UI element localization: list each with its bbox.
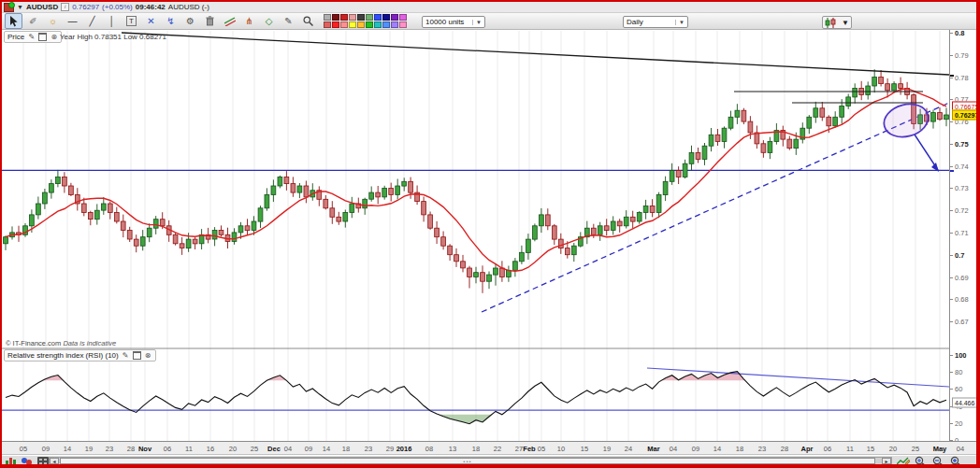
price-axis-label: 0.75: [955, 139, 969, 148]
date-label: 15: [581, 445, 588, 453]
window-icon[interactable]: [133, 351, 141, 360]
tool-settings-tools-button[interactable]: ⚙: [181, 13, 199, 29]
color-palette[interactable]: [324, 14, 407, 28]
price-axis-label: 0.7: [955, 250, 964, 259]
timeframe-select[interactable]: Daily ▼: [623, 16, 688, 28]
price-tick: [950, 166, 953, 167]
date-label: 05: [20, 445, 27, 453]
color-swatch[interactable]: [382, 14, 390, 21]
scroll-left-button[interactable]: ◄: [50, 458, 59, 464]
rsi-axis-label: 100: [955, 351, 967, 360]
date-label: 04: [670, 445, 677, 453]
tool-trend-line-button[interactable]: ╱: [83, 13, 101, 29]
close-icon[interactable]: ⊗: [144, 351, 152, 360]
color-swatch[interactable]: [324, 21, 331, 28]
color-swatch[interactable]: [391, 21, 398, 28]
color-swatch[interactable]: [382, 21, 390, 28]
rsi-value-label: 44.466: [952, 397, 977, 407]
date-label: Feb: [523, 445, 535, 453]
tool-vertical-line-button[interactable]: │: [103, 13, 121, 29]
wrench-icon[interactable]: ✎: [122, 351, 130, 360]
chart-canvas[interactable]: [2, 30, 949, 441]
scroll-right-button[interactable]: ►: [882, 458, 891, 464]
last-price: 0.76297: [72, 3, 99, 11]
color-swatch[interactable]: [349, 14, 356, 21]
tool-magnifier-button[interactable]: [299, 13, 317, 29]
screens-icon[interactable]: [36, 457, 50, 466]
mini-chart-icon[interactable]: [5, 457, 18, 466]
tool-text-button[interactable]: T: [122, 13, 140, 29]
tool-pencil-button[interactable]: ✎: [280, 13, 297, 29]
date-label: 18: [342, 445, 350, 453]
price-tick: [950, 277, 953, 278]
color-swatch[interactable]: [349, 21, 356, 28]
color-swatch[interactable]: [391, 14, 398, 21]
date-label: 09: [692, 445, 699, 453]
date-label: 25: [251, 445, 258, 453]
color-swatch[interactable]: [399, 21, 407, 28]
draw-chart-icon[interactable]: [896, 456, 910, 466]
tool-channel-button[interactable]: [221, 13, 238, 29]
date-label: 23: [758, 445, 766, 453]
close-icon[interactable]: ⊗: [50, 33, 58, 41]
color-swatch[interactable]: [357, 14, 365, 21]
price-tick: [950, 33, 953, 34]
tool-horizontal-line-button[interactable]: —: [64, 13, 81, 29]
chevron-down-icon: ▼: [675, 20, 685, 25]
zoom-out-icon[interactable]: [931, 456, 945, 466]
tool-trash-button[interactable]: [201, 13, 219, 29]
tool-eraser-button[interactable]: ✐: [24, 13, 42, 29]
color-swatch[interactable]: [332, 14, 339, 21]
price-axis-label: 0.79: [955, 50, 969, 59]
date-label: 2016: [396, 445, 412, 453]
color-swatch[interactable]: [324, 14, 331, 21]
indicative-text: Data is indicative: [63, 339, 116, 347]
color-swatch[interactable]: [340, 14, 348, 21]
chart-type-button[interactable]: ▼: [822, 16, 852, 29]
date-label: 14: [713, 445, 721, 453]
scrollbar-thumb[interactable]: •••: [60, 458, 875, 464]
wrench-icon[interactable]: ✎: [27, 33, 36, 41]
color-swatch[interactable]: [374, 14, 382, 21]
units-select-value: 10000 units: [425, 18, 464, 26]
tool-pitchfork-button[interactable]: ⋔: [240, 13, 258, 29]
copyright-text: © IT-Finance.com: [6, 339, 61, 347]
title-bar: ▼ AUDUSD i 0.76297 (+0.05%) 09:46:42 AUD…: [2, 2, 976, 13]
window-icon[interactable]: [38, 33, 47, 41]
price-tick: [950, 99, 953, 100]
date-label: May: [933, 445, 947, 453]
color-swatch[interactable]: [366, 21, 373, 28]
price-axis-label: 0.69: [955, 273, 969, 281]
date-label: 24: [625, 445, 632, 453]
chart-scrollbar[interactable]: ◄ ••• ►: [49, 457, 892, 465]
rsi-axis-label: 60: [955, 385, 962, 393]
color-swatch[interactable]: [357, 21, 365, 28]
color-swatch[interactable]: [332, 21, 339, 28]
date-label: 15: [867, 445, 874, 453]
indicator-colors-icon[interactable]: [21, 457, 34, 466]
date-label: 29: [386, 445, 394, 453]
rsi-tick: [950, 372, 953, 373]
units-select[interactable]: 10000 units ▼: [422, 16, 485, 28]
color-swatch[interactable]: [340, 21, 348, 28]
zoom-in-icon[interactable]: [949, 456, 963, 466]
price-tick: [950, 321, 953, 322]
zoom-selection-icon[interactable]: [914, 456, 928, 466]
tool-polygon-button[interactable]: ◇: [260, 13, 278, 29]
tool-sun-button[interactable]: ☼: [44, 13, 62, 29]
date-label: 20: [229, 445, 237, 453]
instrument-menu-caret-icon[interactable]: ▼: [17, 4, 23, 10]
date-label: Mar: [647, 445, 659, 453]
date-label: 23: [106, 445, 113, 453]
color-swatch[interactable]: [366, 14, 373, 21]
trading-app-window: ▼ AUDUSD i 0.76297 (+0.05%) 09:46:42 AUD…: [0, 0, 980, 468]
tool-pointer-button[interactable]: [5, 13, 22, 29]
tool-cross-button[interactable]: ✕: [142, 13, 160, 29]
tool-lightning-button[interactable]: ↯: [162, 13, 180, 29]
color-swatch[interactable]: [399, 14, 407, 21]
info-icon[interactable]: i: [61, 3, 69, 11]
rsi-tick: [950, 355, 953, 356]
date-label: 20: [889, 445, 897, 453]
date-label: 11: [185, 445, 193, 453]
color-swatch[interactable]: [374, 21, 382, 28]
